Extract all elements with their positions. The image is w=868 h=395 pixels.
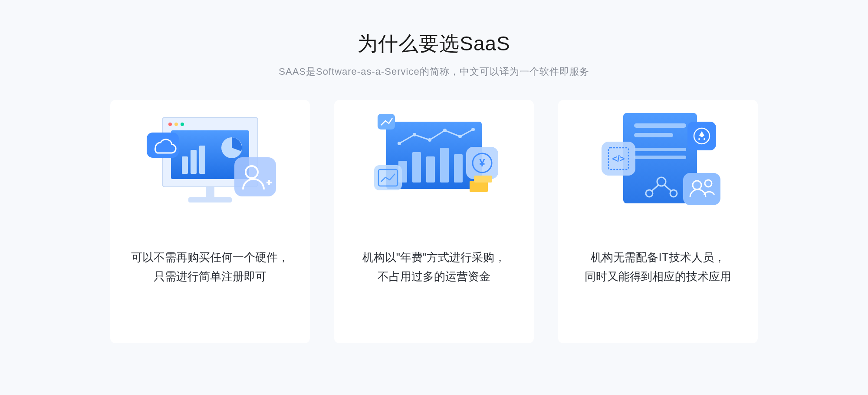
svg-rect-7	[199, 146, 205, 174]
card-text: 可以不需再购买任何一个硬件， 只需进行简单注册即可	[131, 248, 289, 286]
feature-card-tech: </> 机构无需配备IT技术人员， 同时又能得到相应的技术应用	[558, 100, 758, 343]
cards-row: 可以不需再购买任何一个硬件， 只需进行简单注册即可	[110, 100, 758, 343]
svg-rect-21	[454, 154, 463, 183]
card-line-2: 只需进行简单注册即可	[131, 267, 289, 286]
svg-rect-20	[440, 148, 449, 183]
svg-rect-18	[412, 152, 421, 183]
card-line-2: 不占用过多的运营资金	[362, 267, 506, 286]
svg-rect-39	[634, 148, 686, 151]
card-text: 机构无需配备IT技术人员， 同时又能得到相应的技术应用	[585, 248, 731, 286]
svg-point-2	[174, 123, 178, 126]
chart-finance-icon: ¥	[365, 104, 503, 226]
svg-point-27	[471, 128, 475, 131]
feature-card-finance: ¥ 机构以"年费"方式进行采购， 不占用过多的运营资金	[334, 100, 534, 343]
svg-rect-19	[426, 156, 435, 183]
svg-point-52	[704, 138, 705, 140]
svg-rect-53	[683, 173, 720, 205]
page-subtitle: SAAS是Software-as-a-Service的简称，中文可以译为一个软件…	[279, 65, 589, 78]
card-line-1: 可以不需再购买任何一个硬件，	[131, 248, 289, 267]
svg-rect-10	[188, 197, 232, 202]
svg-point-22	[398, 142, 401, 145]
card-line-2: 同时又能得到相应的技术应用	[585, 267, 731, 286]
svg-point-51	[698, 138, 700, 140]
card-line-1: 机构无需配备IT技术人员，	[585, 248, 731, 267]
svg-rect-40	[634, 156, 686, 159]
svg-rect-5	[182, 156, 188, 174]
svg-rect-6	[191, 150, 197, 174]
svg-point-26	[458, 135, 462, 138]
svg-rect-9	[206, 187, 214, 197]
svg-rect-35	[474, 176, 492, 183]
svg-point-1	[168, 123, 172, 126]
feature-card-hardware: 可以不需再购买任何一个硬件， 只需进行简单注册即可	[110, 100, 310, 343]
svg-point-23	[413, 133, 416, 136]
svg-rect-37	[634, 123, 686, 128]
svg-point-3	[181, 123, 184, 126]
svg-rect-38	[634, 133, 673, 137]
document-share-icon: </>	[589, 104, 727, 226]
card-line-1: 机构以"年费"方式进行采购，	[362, 248, 506, 267]
monitor-dashboard-icon	[141, 104, 279, 226]
svg-text:¥: ¥	[479, 157, 485, 169]
card-text: 机构以"年费"方式进行采购， 不占用过多的运营资金	[362, 248, 506, 286]
page-title: 为什么要选SaaS	[358, 30, 510, 57]
svg-text:</>: </>	[612, 154, 625, 163]
svg-point-25	[443, 129, 447, 132]
svg-point-24	[428, 138, 431, 142]
